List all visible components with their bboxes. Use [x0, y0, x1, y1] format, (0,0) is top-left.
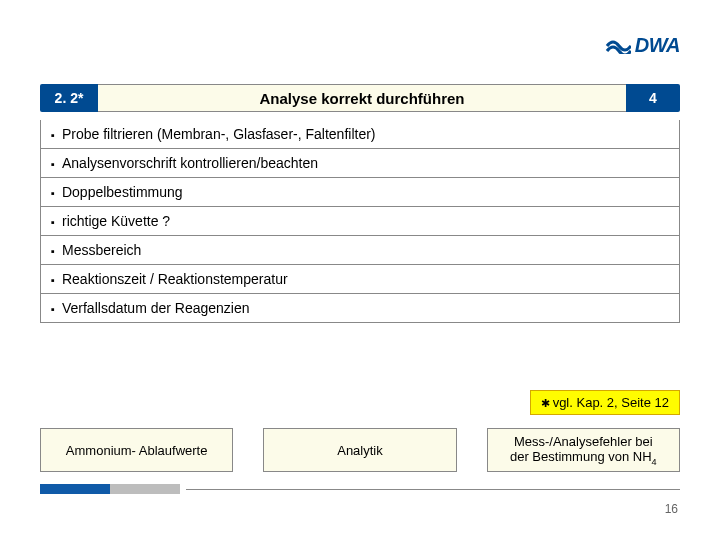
- footer-accent-gray: [110, 484, 180, 494]
- section-count-badge: 4: [626, 84, 680, 112]
- wave-icon: [605, 32, 631, 58]
- header-row: 2. 2* Analyse korrekt durchführen 4: [40, 84, 680, 112]
- reference-note: ✱ vgl. Kap. 2, Seite 12: [530, 390, 680, 415]
- bullet-list: Probe filtrieren (Membran-, Glasfaser-, …: [40, 120, 680, 323]
- breadcrumb-box-3-line1: Mess-/Analysefehler bei: [514, 434, 653, 449]
- list-item: Probe filtrieren (Membran-, Glasfaser-, …: [41, 120, 679, 149]
- footer-bar: [40, 484, 680, 494]
- list-item: Analysenvorschrift kontrollieren/beachte…: [41, 149, 679, 178]
- list-item: Doppelbestimmung: [41, 178, 679, 207]
- list-item: richtige Küvette ?: [41, 207, 679, 236]
- page-number: 16: [665, 502, 678, 516]
- logo-text: DWA: [635, 34, 680, 57]
- brand-logo: DWA: [605, 32, 680, 58]
- breadcrumb-box-3-sub: 4: [652, 456, 657, 466]
- list-item: Messbereich: [41, 236, 679, 265]
- breadcrumb-box-3: Mess-/Analysefehler bei der Bestimmung v…: [487, 428, 680, 472]
- reference-text: vgl. Kap. 2, Seite 12: [553, 395, 669, 410]
- section-title: Analyse korrekt durchführen: [98, 84, 626, 112]
- footer-rule: [186, 489, 680, 490]
- list-item: Verfallsdatum der Reagenzien: [41, 294, 679, 323]
- list-item: Reaktionszeit / Reaktionstemperatur: [41, 265, 679, 294]
- breadcrumb-box-2: Analytik: [263, 428, 456, 472]
- footer-accent-blue: [40, 484, 110, 494]
- asterisk-icon: ✱: [541, 397, 553, 409]
- breadcrumb-boxes: Ammonium- Ablaufwerte Analytik Mess-/Ana…: [40, 428, 680, 472]
- breadcrumb-box-3-line2: der Bestimmung von NH: [510, 449, 652, 464]
- breadcrumb-box-1: Ammonium- Ablaufwerte: [40, 428, 233, 472]
- section-number-badge: 2. 2*: [40, 84, 98, 112]
